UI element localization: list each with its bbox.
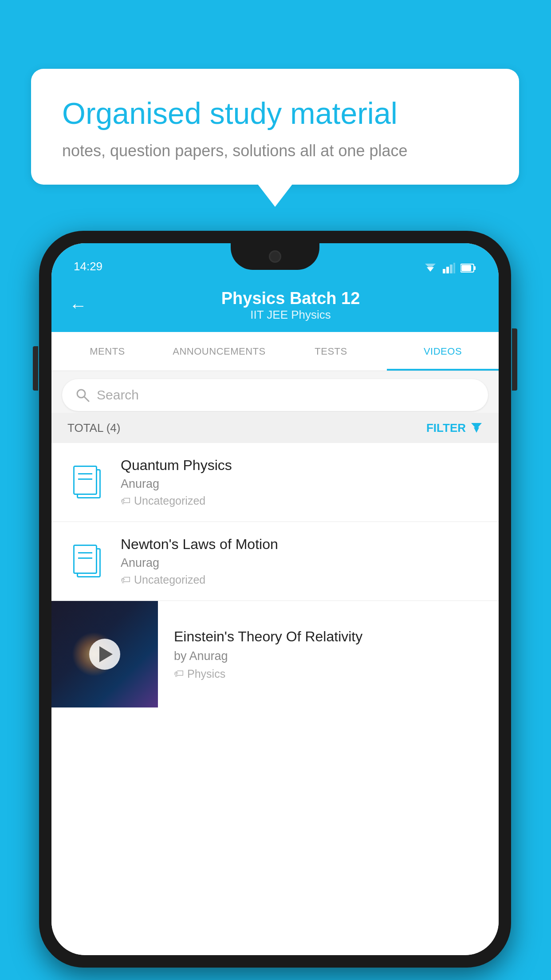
tag-icon: 🏷 bbox=[121, 495, 130, 507]
doc-front bbox=[73, 545, 97, 574]
play-icon bbox=[99, 646, 113, 662]
battery-icon bbox=[460, 263, 476, 273]
status-icons bbox=[423, 263, 476, 273]
list-item-thumb[interactable]: Einstein's Theory Of Relativity by Anura… bbox=[51, 601, 499, 707]
phone-wrapper: 14:29 bbox=[39, 231, 511, 968]
list-item[interactable]: Quantum Physics Anurag 🏷 Uncategorized bbox=[51, 443, 499, 522]
phone-body: 14:29 bbox=[39, 231, 511, 968]
phone-screen: 14:29 bbox=[51, 243, 499, 955]
svg-rect-5 bbox=[453, 263, 455, 273]
app-bar-title: Physics Batch 12 bbox=[100, 289, 481, 308]
tag-icon: 🏷 bbox=[121, 574, 130, 586]
item-author: Anurag bbox=[121, 556, 483, 570]
filter-icon bbox=[470, 422, 483, 434]
svg-line-10 bbox=[84, 397, 89, 401]
item-icon bbox=[67, 462, 107, 502]
item-info: Newton's Laws of Motion Anurag 🏷 Uncateg… bbox=[121, 536, 483, 586]
svg-rect-8 bbox=[461, 265, 471, 271]
filter-button[interactable]: FILTER bbox=[426, 421, 483, 435]
list-item[interactable]: Newton's Laws of Motion Anurag 🏷 Uncateg… bbox=[51, 522, 499, 601]
tab-bar: MENTS ANNOUNCEMENTS TESTS VIDEOS bbox=[51, 332, 499, 371]
svg-rect-2 bbox=[443, 269, 445, 273]
item-icon bbox=[67, 541, 107, 581]
back-button[interactable]: ← bbox=[69, 296, 87, 316]
play-button[interactable] bbox=[89, 639, 120, 670]
file-icon bbox=[73, 466, 102, 499]
item-title: Quantum Physics bbox=[121, 457, 483, 474]
bubble-subtitle: notes, question papers, solutions all at… bbox=[62, 142, 488, 160]
camera-icon bbox=[269, 250, 281, 263]
tag-icon: 🏷 bbox=[174, 668, 184, 680]
signal-icon bbox=[443, 263, 455, 273]
tab-videos[interactable]: VIDEOS bbox=[387, 332, 499, 371]
bubble-title: Organised study material bbox=[62, 95, 488, 132]
notch bbox=[231, 243, 319, 270]
search-icon bbox=[75, 388, 90, 402]
status-time: 14:29 bbox=[74, 260, 102, 273]
app-bar: ← Physics Batch 12 IIT JEE Physics bbox=[51, 279, 499, 332]
search-input[interactable]: Search bbox=[97, 387, 139, 403]
item-tag: 🏷 Physics bbox=[174, 668, 483, 680]
item-info: Quantum Physics Anurag 🏷 Uncategorized bbox=[121, 457, 483, 507]
svg-marker-12 bbox=[471, 423, 482, 429]
app-bar-subtitle: IIT JEE Physics bbox=[100, 308, 481, 322]
search-container: Search bbox=[51, 371, 499, 419]
item-tag: 🏷 Uncategorized bbox=[121, 494, 483, 507]
item-author: by Anurag bbox=[174, 649, 483, 663]
svg-rect-7 bbox=[474, 266, 476, 270]
svg-marker-1 bbox=[425, 264, 436, 269]
svg-rect-4 bbox=[450, 265, 453, 273]
wifi-icon bbox=[423, 263, 437, 273]
tab-ments[interactable]: MENTS bbox=[51, 332, 163, 371]
item-title: Einstein's Theory Of Relativity bbox=[174, 628, 483, 645]
app-bar-title-area: Physics Batch 12 IIT JEE Physics bbox=[100, 289, 481, 322]
filter-bar: TOTAL (4) FILTER bbox=[51, 413, 499, 443]
search-box[interactable]: Search bbox=[62, 379, 488, 411]
item-author: Anurag bbox=[121, 477, 483, 491]
thumb-image bbox=[51, 601, 158, 707]
item-tag: 🏷 Uncategorized bbox=[121, 573, 483, 586]
tab-tests[interactable]: TESTS bbox=[275, 332, 387, 371]
file-icon bbox=[73, 545, 102, 578]
doc-front bbox=[73, 466, 97, 495]
item-title: Newton's Laws of Motion bbox=[121, 536, 483, 553]
thumb-info: Einstein's Theory Of Relativity by Anura… bbox=[158, 616, 499, 693]
svg-rect-3 bbox=[446, 267, 449, 273]
total-count: TOTAL (4) bbox=[67, 421, 120, 435]
tab-announcements[interactable]: ANNOUNCEMENTS bbox=[163, 332, 275, 371]
speech-bubble: Organised study material notes, question… bbox=[31, 69, 519, 185]
content-list: Quantum Physics Anurag 🏷 Uncategorized bbox=[51, 443, 499, 955]
